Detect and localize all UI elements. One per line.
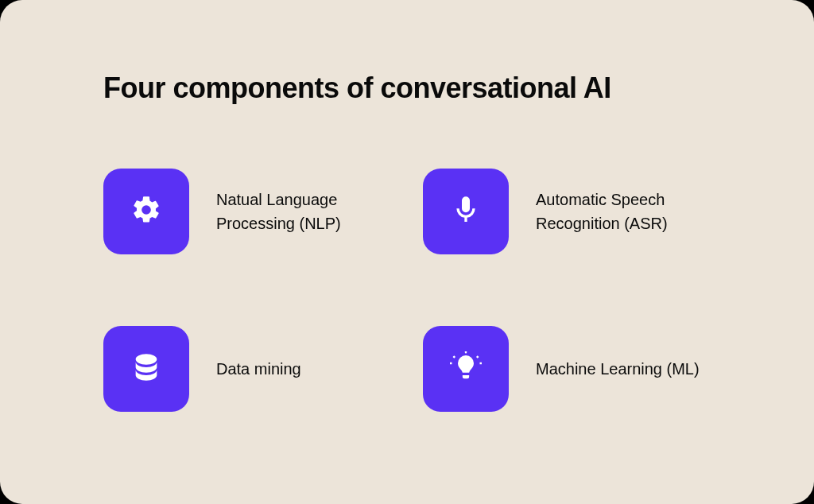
lightbulb-icon — [450, 351, 482, 386]
database-icon — [130, 351, 162, 386]
component-label: Machine Learning (ML) — [536, 357, 700, 381]
gear-icon — [130, 194, 162, 229]
component-asr: Automatic Speech Recognition (ASR) — [423, 169, 711, 254]
tile-ml — [423, 326, 509, 412]
tile-asr — [423, 169, 509, 254]
component-label: Data mining — [216, 357, 301, 381]
diagram-card: Four components of conversational AI Nat… — [0, 0, 814, 504]
component-ml: Machine Learning (ML) — [423, 326, 711, 412]
microphone-icon — [450, 194, 482, 229]
tile-data-mining — [103, 326, 189, 412]
component-nlp: Natual Language Processing (NLP) — [103, 169, 391, 254]
component-data-mining: Data mining — [103, 326, 391, 412]
component-label: Automatic Speech Recognition (ASR) — [536, 188, 703, 235]
tile-nlp — [103, 169, 189, 254]
diagram-title: Four components of conversational AI — [103, 72, 711, 105]
component-label: Natual Language Processing (NLP) — [216, 188, 383, 235]
components-grid: Natual Language Processing (NLP) Automat… — [103, 169, 711, 412]
